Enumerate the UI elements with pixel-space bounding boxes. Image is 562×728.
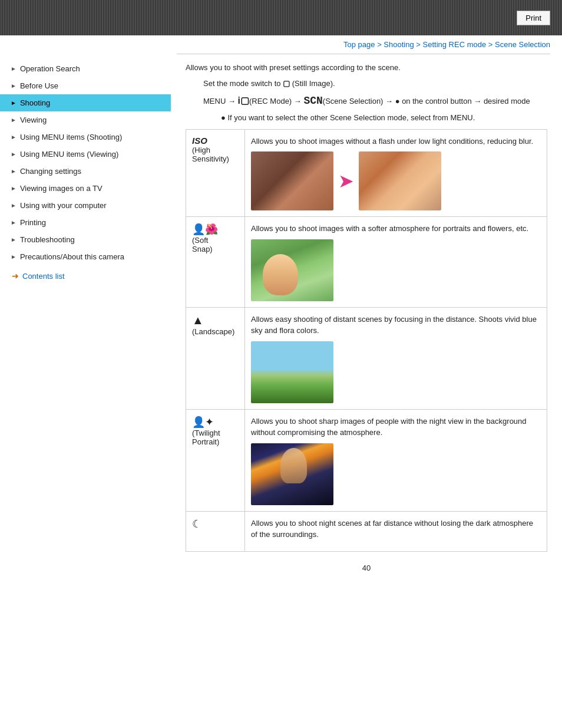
arrow-icon: ► [11,185,16,192]
scene-label-twilight: ☾ [186,511,245,551]
breadcrumb-shooting[interactable]: Shooting [384,40,414,49]
scene-name-landscape: (Landscape) [192,327,234,336]
table-row: 👤🌺 (SoftSnap) Allows you to shoot images… [186,217,547,308]
scene-desc: Allows you to shoot images without a fla… [251,136,541,147]
sidebar-item-shooting[interactable]: ► Shooting [0,94,171,111]
table-row: ☾ Allows you to shoot night scenes at fa… [186,511,547,551]
sidebar-label: Using MENU items (Viewing) [20,150,118,159]
scene-images-high-sensitivity: ➤ [251,151,541,210]
sidebar-label: Precautions/About this camera [20,252,124,261]
table-row: ▲ (Landscape) Allows easy shooting of di… [186,307,547,409]
arrow-icon: ► [11,134,16,140]
print-button[interactable]: Print [517,11,550,25]
scene-name-twilight-portrait: (TwilightPortrait) [192,429,220,446]
sidebar-label: Changing settings [20,167,81,176]
breadcrumb-setting-rec[interactable]: Setting REC mode [423,40,487,49]
scene-table: ISO (HighSensitivity) Allows you to shoo… [186,129,547,552]
scene-images-twilight-portrait [251,443,541,505]
breadcrumb-sep2: > [416,40,422,49]
menu-instruction: MENU → i▢(REC Mode) → SCN(Scene Selectio… [186,93,547,110]
scene-arrow-icon: ➤ [338,167,354,195]
arrow-icon: ► [11,117,16,123]
scene-content-landscape: Allows easy shooting of distant scenes b… [245,307,547,409]
scene-content-high-sensitivity: Allows you to shoot images without a fla… [245,129,547,217]
sidebar-label: Shooting [20,98,50,107]
page-number: 40 [186,564,547,572]
sidebar-item-precautions[interactable]: ► Precautions/About this camera [0,248,171,265]
sidebar-item-menu-shooting[interactable]: ► Using MENU items (Shooting) [0,129,171,146]
scene-image-after [359,151,441,210]
scene-label-high-sensitivity: ISO (HighSensitivity) [186,129,245,217]
step1-text: Set the mode switch to ▢ (Still Image). [186,79,547,88]
sidebar-item-menu-viewing[interactable]: ► Using MENU items (Viewing) [0,146,171,163]
twilight-icon: ☾ [192,518,201,530]
header-bar: Print [0,0,562,35]
main-content: Allows you to shoot with preset settings… [171,54,562,703]
contents-list-label: Contents list [22,272,65,281]
table-row: 👤✦ (TwilightPortrait) Allows you to shoo… [186,409,547,511]
breadcrumb-scene-selection[interactable]: Scene Selection [495,40,550,49]
scene-name-soft-snap: (SoftSnap) [192,236,213,253]
sidebar-label: Viewing images on a TV [20,184,103,193]
sidebar-item-viewing[interactable]: ► Viewing [0,111,171,129]
scene-image-before [251,151,333,210]
sidebar-item-using-computer[interactable]: ► Using with your computer [0,197,171,214]
sidebar: ► Operation Search ► Before Use ► Shooti… [0,54,171,703]
scene-desc: Allows you to shoot night scenes at far … [251,518,541,541]
scene-label-twilight-portrait: 👤✦ (TwilightPortrait) [186,409,245,511]
sidebar-label: Operation Search [20,64,80,73]
sidebar-label: Before Use [20,81,58,90]
twilight-portrait-icon: 👤✦ [192,416,214,428]
breadcrumb-sep3: > [488,40,495,49]
sidebar-item-viewing-tv[interactable]: ► Viewing images on a TV [0,180,171,197]
sidebar-label: Using MENU items (Shooting) [20,133,122,141]
scene-content-twilight-portrait: Allows you to shoot sharp images of peop… [245,409,547,511]
scene-image-soft [251,239,333,301]
scene-images-soft-snap [251,239,541,301]
scene-label-soft-snap: 👤🌺 (SoftSnap) [186,217,245,308]
arrow-icon: ► [11,168,16,174]
scene-desc: Allows easy shooting of distant scenes b… [251,314,541,337]
arrow-icon: ► [11,100,16,106]
scene-image-landscape [251,341,333,403]
arrow-icon: ► [11,253,16,260]
arrow-icon: ► [11,236,16,243]
contents-list-link[interactable]: ➜ Contents list [0,265,171,286]
sidebar-item-before-use[interactable]: ► Before Use [0,77,171,94]
sidebar-label: Printing [20,218,46,227]
scene-content-twilight: Allows you to shoot night scenes at far … [245,511,547,551]
soft-snap-icon: 👤🌺 [192,223,218,235]
intro-text: Allows you to shoot with preset settings… [186,63,547,72]
scene-images-landscape [251,341,541,403]
scene-desc: Allows you to shoot images with a softer… [251,223,541,235]
scene-name-high-sensitivity: (HighSensitivity) [192,146,229,163]
scene-image-twilight-portrait [251,443,333,505]
landscape-icon: ▲ [192,314,204,327]
page-layout: ► Operation Search ► Before Use ► Shooti… [0,54,562,703]
table-row: ISO (HighSensitivity) Allows you to shoo… [186,129,547,217]
bullet-note: ● If you want to select the other Scene … [186,113,547,122]
sidebar-item-troubleshooting[interactable]: ► Troubleshooting [0,231,171,248]
sidebar-label: Troubleshooting [20,235,75,244]
arrow-icon: ► [11,151,16,157]
iso-icon: ISO [192,136,207,146]
scene-desc: Allows you to shoot sharp images of peop… [251,416,541,439]
scene-content-soft-snap: Allows you to shoot images with a softer… [245,217,547,308]
sidebar-item-operation-search[interactable]: ► Operation Search [0,60,171,77]
contents-list-arrow-icon: ➜ [12,271,19,281]
sidebar-item-changing-settings[interactable]: ► Changing settings [0,163,171,180]
breadcrumb: Top page > Shooting > Setting REC mode >… [0,35,562,54]
arrow-icon: ► [11,202,16,209]
arrow-icon: ► [11,219,16,226]
sidebar-item-printing[interactable]: ► Printing [0,214,171,231]
arrow-icon: ► [11,83,16,89]
scene-label-landscape: ▲ (Landscape) [186,307,245,409]
sidebar-label: Using with your computer [20,201,107,210]
breadcrumb-sep1: > [377,40,384,49]
breadcrumb-top[interactable]: Top page [343,40,375,49]
sidebar-label: Viewing [20,116,47,124]
arrow-icon: ► [11,65,16,72]
